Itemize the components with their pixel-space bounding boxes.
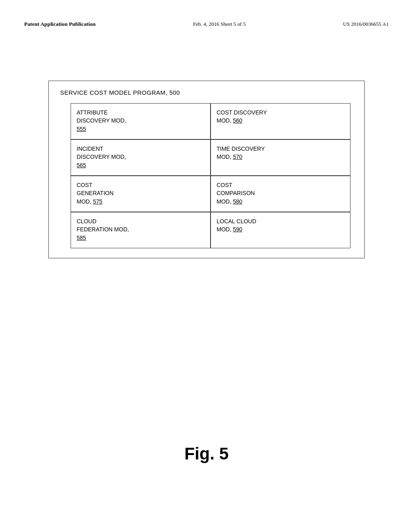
header-patent-number: US 2016/0036655 A1 (343, 21, 389, 27)
modules-grid: ATTRIBUTE DISCOVERY MOD, 555 COST DISCOV… (71, 103, 350, 248)
module-1-ref: 555 (77, 126, 86, 132)
page: Patent Application Publication Feb. 4, 2… (0, 0, 413, 532)
module-1-line2: DISCOVERY MOD, (77, 117, 126, 124)
module-8-line2: MOD, (217, 226, 232, 233)
module-6-line1: COST (217, 182, 232, 188)
module-cost-comparison: COST COMPARISON MOD, 580 (211, 176, 350, 212)
module-1-line1: ATTRIBUTE (77, 109, 108, 116)
module-5-line3: MOD, (77, 198, 92, 205)
module-cost-generation: COST GENERATION MOD, 575 (71, 176, 211, 212)
module-4-ref: 570 (233, 154, 242, 160)
outer-box-title: SERVICE COST MODEL PROGRAM, 500 (58, 89, 355, 96)
module-3-line2: DISCOVERY MOD, (77, 154, 126, 160)
module-3-line1: INCIDENT (77, 145, 103, 152)
module-2-line2: MOD, (217, 117, 232, 124)
module-cost-discovery: COST DISCOVERY MOD, 560 (211, 103, 350, 139)
module-6-line3: MOD, (217, 198, 232, 205)
module-2-ref: 560 (233, 117, 242, 124)
module-8-line1: LOCAL CLOUD (217, 218, 256, 224)
outer-box: SERVICE COST MODEL PROGRAM, 500 ATTRIBUT… (48, 81, 365, 258)
module-3-ref: 565 (77, 162, 86, 168)
module-6-ref: 580 (233, 198, 242, 205)
module-2-line1: COST DISCOVERY (217, 109, 267, 116)
module-4-line2: MOD, (217, 154, 232, 160)
module-cloud-federation: CLOUD FEDERATION MOD, 585 (71, 212, 211, 248)
diagram-area: SERVICE COST MODEL PROGRAM, 500 ATTRIBUT… (48, 81, 365, 258)
module-7-line1: CLOUD (77, 218, 96, 224)
module-8-ref: 590 (233, 226, 242, 233)
module-4-line1: TIME DISCOVERY (217, 145, 265, 152)
header-date-sheet: Feb. 4, 2016 Sheet 5 of 5 (193, 21, 246, 27)
module-time-discovery: TIME DISCOVERY MOD, 570 (211, 139, 350, 176)
module-7-ref: 585 (77, 235, 86, 241)
module-5-line2: GENERATION (77, 190, 114, 196)
header-publication-label: Patent Application Publication (24, 21, 96, 27)
module-6-line2: COMPARISON (217, 190, 255, 196)
module-attribute-discovery: ATTRIBUTE DISCOVERY MOD, 555 (71, 103, 211, 139)
module-local-cloud: LOCAL CLOUD MOD, 590 (211, 212, 350, 248)
module-incident-discovery: INCIDENT DISCOVERY MOD, 565 (71, 139, 211, 176)
module-7-line2: FEDERATION MOD, (77, 226, 129, 233)
module-5-ref: 575 (93, 198, 102, 205)
figure-label: Fig. 5 (0, 444, 413, 463)
module-5-line1: COST (77, 182, 92, 188)
page-header: Patent Application Publication Feb. 4, 2… (24, 21, 389, 27)
